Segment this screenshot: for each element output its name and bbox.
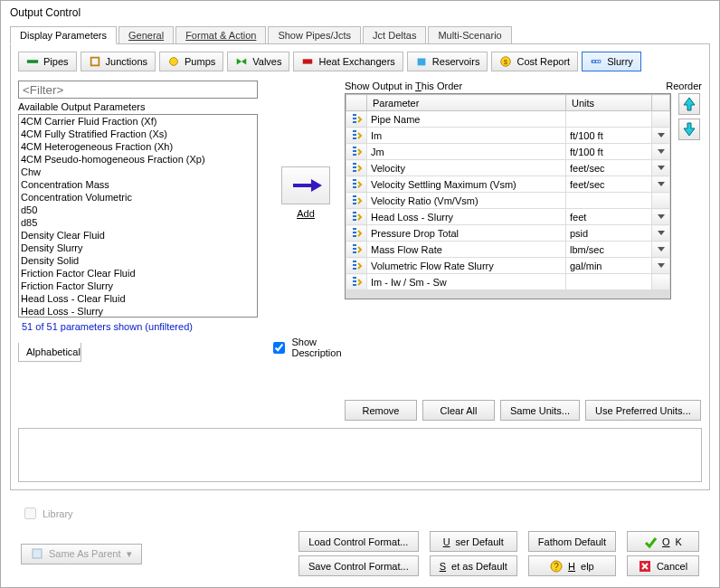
move-up-button[interactable] xyxy=(678,93,700,115)
use-preferred-units-button[interactable]: Use Preferred Units... xyxy=(585,400,701,421)
units-dropdown[interactable] xyxy=(652,209,670,225)
user-default-button[interactable]: User Default xyxy=(430,531,517,552)
list-item[interactable]: Density Slurry xyxy=(21,242,255,255)
same-as-parent-button[interactable]: Same As Parent ▾ xyxy=(21,544,142,564)
clear-all-button[interactable]: Clear All xyxy=(422,400,495,421)
svg-rect-0 xyxy=(27,60,38,63)
tab-format-action[interactable]: Format & Action xyxy=(175,26,266,43)
row-handle-icon xyxy=(346,225,367,242)
units-cell xyxy=(566,274,652,290)
show-description-label: Show Description xyxy=(291,337,341,358)
table-row[interactable]: Imft/100 ft xyxy=(346,128,670,144)
svg-point-11 xyxy=(596,61,598,62)
list-item[interactable]: Friction Factor Clear Fluid xyxy=(21,268,255,280)
row-handle-icon xyxy=(346,160,367,176)
sort-alphabetical-tab[interactable]: Alphabetical xyxy=(18,343,81,362)
units-dropdown[interactable] xyxy=(652,242,670,258)
cat-cost-report[interactable]: $ Cost Report xyxy=(491,52,578,71)
cat-label: Heat Exchangers xyxy=(318,56,394,67)
units-dropdown[interactable] xyxy=(652,128,670,144)
tab-multi-scenario[interactable]: Multi-Scenario xyxy=(428,26,511,43)
units-dropdown[interactable] xyxy=(652,144,670,160)
list-item[interactable]: d50 xyxy=(21,204,255,217)
add-button[interactable] xyxy=(281,166,330,204)
table-row[interactable]: Volumetric Flow Rate Slurrygal/min xyxy=(346,258,670,274)
tab-jct-deltas[interactable]: Jct Deltas xyxy=(363,26,426,43)
cancel-button[interactable]: Cancel xyxy=(627,555,699,576)
cat-pipes[interactable]: Pipes xyxy=(18,52,77,71)
col-units: Units xyxy=(566,95,652,111)
save-control-format-button[interactable]: Save Control Format... xyxy=(298,555,419,576)
list-item[interactable]: Friction Factor Slurry xyxy=(21,280,255,293)
fathom-default-button[interactable]: Fathom Default xyxy=(528,531,616,552)
list-item[interactable]: 4CM Fully Stratified Fraction (Xs) xyxy=(21,128,255,141)
list-item[interactable]: Density Clear Fluid xyxy=(21,230,255,242)
list-item[interactable]: Head Loss - Clear Fluid xyxy=(21,293,255,306)
list-item[interactable]: Density Solid xyxy=(21,255,255,268)
main-tabs: Display Parameters General Format & Acti… xyxy=(10,24,710,44)
library-checkbox xyxy=(24,507,36,519)
table-row[interactable]: Pressure Drop Totalpsid xyxy=(346,225,670,242)
param-cell: Velocity Settling Maximum (Vsm) xyxy=(367,176,566,193)
table-row[interactable]: Mass Flow Ratelbm/sec xyxy=(346,242,670,258)
cat-valves[interactable]: Valves xyxy=(227,52,289,71)
list-item[interactable]: Concentration Mass xyxy=(21,179,255,192)
table-row[interactable]: Im - Iw / Sm - Sw xyxy=(346,274,670,290)
table-row[interactable]: Pipe Name xyxy=(346,111,670,128)
param-cell: Jm xyxy=(367,144,566,160)
svg-marker-23 xyxy=(684,98,695,110)
ok-button[interactable]: OK xyxy=(627,531,699,552)
units-cell: lbm/sec xyxy=(566,242,652,258)
available-list[interactable]: 4CM Carrier Fluid Fraction (Xf)4CM Fully… xyxy=(18,114,258,318)
table-row[interactable]: Velocity Settling Maximum (Vsm)feet/sec xyxy=(346,176,670,193)
table-row[interactable]: Jmft/100 ft xyxy=(346,144,670,160)
row-handle-icon xyxy=(346,144,367,160)
row-handle-icon xyxy=(346,274,367,290)
cat-heat-exchangers[interactable]: Heat Exchangers xyxy=(293,52,403,71)
cat-pumps[interactable]: Pumps xyxy=(159,52,223,71)
cat-label: Reservoirs xyxy=(432,56,480,67)
svg-marker-18 xyxy=(658,182,665,186)
cat-junctions[interactable]: Junctions xyxy=(81,52,156,71)
units-dropdown[interactable] xyxy=(652,225,670,242)
selected-params-table[interactable]: Parameter Units Pipe NameImft/100 ftJmft… xyxy=(345,93,671,299)
show-description-checkbox[interactable] xyxy=(273,342,285,354)
tab-show-pipes-jcts[interactable]: Show Pipes/Jcts xyxy=(268,26,361,43)
units-dropdown[interactable] xyxy=(652,160,670,176)
list-item[interactable]: Concentration Volumetric xyxy=(21,192,255,204)
cat-reservoirs[interactable]: Reservoirs xyxy=(407,52,488,71)
same-units-button[interactable]: Same Units... xyxy=(500,400,580,421)
category-bar: Pipes Junctions Pumps xyxy=(18,52,702,71)
list-item[interactable]: 4CM Pseudo-homogeneous Fraction (Xp) xyxy=(21,154,255,166)
units-dropdown[interactable] xyxy=(652,258,670,274)
units-cell: ft/100 ft xyxy=(566,128,652,144)
load-control-format-button[interactable]: Load Control Format... xyxy=(298,531,419,552)
svg-marker-19 xyxy=(658,214,665,219)
table-row[interactable]: Head Loss - Slurryfeet xyxy=(346,209,670,225)
set-as-default-button[interactable]: Set as Default xyxy=(430,555,517,576)
move-down-button[interactable] xyxy=(678,119,700,140)
list-item[interactable]: 4CM Heterogeneous Fraction (Xh) xyxy=(21,141,255,154)
tab-general[interactable]: General xyxy=(118,26,174,43)
same-as-parent-icon xyxy=(31,547,43,560)
cat-label: Valves xyxy=(252,56,281,67)
units-dropdown[interactable] xyxy=(652,176,670,193)
svg-marker-20 xyxy=(658,231,665,235)
cat-slurry[interactable]: Slurry xyxy=(582,52,641,71)
list-item[interactable]: Chw xyxy=(21,166,255,179)
table-row[interactable]: Velocityfeet/sec xyxy=(346,160,670,176)
filter-input[interactable] xyxy=(18,81,258,99)
svg-marker-3 xyxy=(237,59,242,65)
cat-label: Cost Report xyxy=(516,56,570,67)
tab-display-parameters[interactable]: Display Parameters xyxy=(10,26,117,44)
remove-button[interactable]: Remove xyxy=(345,400,417,421)
arrow-right-icon xyxy=(289,176,322,194)
list-item[interactable]: 4CM Carrier Fluid Fraction (Xf) xyxy=(21,116,255,128)
help-button[interactable]: ? Help xyxy=(528,555,616,576)
list-item[interactable]: Head Loss - Slurry xyxy=(21,306,255,318)
row-handle-icon xyxy=(346,242,367,258)
junctions-icon xyxy=(89,55,101,68)
list-item[interactable]: d85 xyxy=(21,217,255,230)
svg-marker-17 xyxy=(658,166,665,170)
table-row[interactable]: Velocity Ratio (Vm/Vsm) xyxy=(346,193,670,209)
